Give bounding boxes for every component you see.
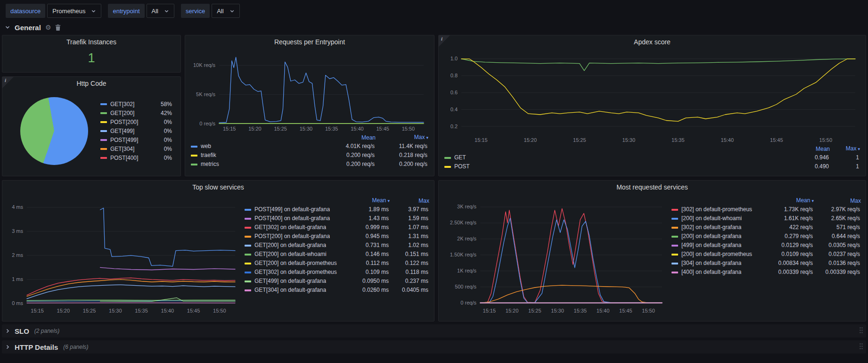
variable-value-dropdown[interactable]: Prometheus <box>47 4 101 18</box>
time-series-chart[interactable]: 0 req/s500 req/s1K req/s1.50K req/s2K re… <box>443 194 667 315</box>
legend-item[interactable]: POST[400] on default-grafana 1.43 ms 1.5… <box>245 214 429 223</box>
legend-header: Mean Max <box>444 144 860 153</box>
svg-text:1K req/s: 1K req/s <box>457 268 476 273</box>
variable-value-dropdown[interactable]: All <box>147 4 174 18</box>
svg-text:2K req/s: 2K req/s <box>457 236 476 241</box>
chart-canvas: 0 ms1 ms2 ms3 ms4 ms15:1515:2015:2515:30… <box>7 194 240 315</box>
svg-text:0 req/s: 0 req/s <box>199 121 215 126</box>
legend-item[interactable]: web 4.01K req/s 11.4K req/s <box>191 142 428 151</box>
legend-item[interactable]: [302] on default-grafana 422 req/s 571 r… <box>671 223 861 232</box>
legend-header: Mean Max <box>245 196 429 205</box>
panel-title[interactable]: Requests per Entrypoint <box>185 35 434 48</box>
legend-item[interactable]: POST[200] on default-grafana 0.945 ms 1.… <box>245 232 429 241</box>
legend-item[interactable]: GET[499] 0% <box>100 126 174 135</box>
series-color-swatch <box>245 280 251 282</box>
svg-text:0.6: 0.6 <box>450 90 458 95</box>
series-line <box>100 267 235 270</box>
panel-title[interactable]: Most requested services <box>439 181 866 193</box>
legend-item[interactable]: [302] on default-prometheus 1.73K req/s … <box>671 205 861 214</box>
row-header-general[interactable]: General ⚙ <box>2 21 866 34</box>
panel-top-slow-services: Top slow services 0 ms1 ms2 ms3 ms4 ms15… <box>2 180 434 322</box>
legend-item[interactable]: GET[200] on default-whoami 0.146 ms 0.15… <box>245 250 429 259</box>
variable-control: service All <box>181 4 240 18</box>
series-color-swatch <box>671 245 678 247</box>
panel-title[interactable]: Traefik Instances <box>2 35 180 48</box>
legend-item[interactable]: metrics 0.200 req/s 0.200 req/s <box>191 160 428 169</box>
svg-text:15:20: 15:20 <box>248 126 262 132</box>
series-line <box>461 59 855 71</box>
legend-item[interactable]: [200] on default-prometheus 0.0109 req/s… <box>671 250 861 259</box>
svg-text:15:30: 15:30 <box>109 308 122 314</box>
row-delete-button[interactable] <box>55 25 61 31</box>
pie-chart[interactable] <box>20 97 88 165</box>
series-color-swatch <box>671 209 678 211</box>
legend-sort-max-button[interactable]: Max <box>376 133 428 142</box>
legend-item[interactable]: [304] on default-grafana 0.00834 req/s 0… <box>671 259 861 268</box>
legend-item[interactable]: POST 0.490 1 <box>444 162 860 171</box>
legend-item[interactable]: [200] on default-whoami 1.61K req/s 2.65… <box>671 214 861 223</box>
legend-item[interactable]: GET[200] on default-grafana 0.731 ms 1.0… <box>245 241 429 250</box>
legend-item[interactable]: GET[302] on default-grafana 0.999 ms 1.0… <box>245 223 429 232</box>
row-header-slo[interactable]: SLO (2 panels) <box>2 324 866 338</box>
legend-item[interactable]: POST[499] 0% <box>100 135 174 144</box>
legend-item[interactable]: [200] on default-grafana 0.279 req/s 0.6… <box>671 232 861 241</box>
time-series-chart[interactable]: 0 ms1 ms2 ms3 ms4 ms15:1515:2015:2515:30… <box>7 194 240 315</box>
legend-item[interactable]: GET[304] 0% <box>100 144 174 153</box>
chevron-down-icon <box>5 25 10 30</box>
panel-title[interactable]: Http Code <box>2 77 180 90</box>
legend-sort-max-button[interactable]: Max <box>814 197 861 206</box>
legend-item[interactable]: GET[499] on default-grafana 0.0950 ms 0.… <box>245 277 429 286</box>
drag-handle-icon[interactable] <box>859 343 863 351</box>
time-series-chart[interactable]: 0.20.40.60.81.015:1515:2015:2515:3015:35… <box>444 49 860 144</box>
series-color-swatch <box>191 155 197 157</box>
panel-apdex-score: i Apdex score 0.20.40.60.81.015:1515:201… <box>438 35 866 176</box>
svg-text:15:45: 15:45 <box>187 308 200 314</box>
series-color-swatch <box>191 146 197 148</box>
drag-handle-icon[interactable] <box>859 327 863 335</box>
legend-item[interactable]: GET[200] 42% <box>100 108 174 117</box>
svg-text:3K req/s: 3K req/s <box>457 204 476 209</box>
series-color-swatch <box>245 263 251 264</box>
legend: Mean Max GET 0.946 1 POST 0.490 <box>444 144 860 171</box>
svg-text:15:25: 15:25 <box>83 308 96 314</box>
svg-text:10K req/s: 10K req/s <box>193 62 216 68</box>
row-settings-button[interactable]: ⚙ <box>45 24 51 31</box>
row-title: General <box>15 24 41 32</box>
row-header-http-details[interactable]: HTTP Details (6 panels) <box>2 340 866 354</box>
legend-item[interactable]: POST[200] 0% <box>100 117 174 126</box>
chevron-down-icon <box>91 8 96 14</box>
chart-canvas: 0 req/s5K req/s10K req/s15:1515:2015:251… <box>191 49 428 133</box>
series-color-swatch <box>100 103 107 105</box>
legend-item[interactable]: [499] on default-grafana 0.0129 req/s 0.… <box>671 241 861 250</box>
time-series-chart[interactable]: 0 req/s5K req/s10K req/s15:1515:2015:251… <box>191 49 428 133</box>
legend-item[interactable]: [400] on default-grafana 0.00339 req/s 0… <box>671 268 861 277</box>
legend-item[interactable]: traefik 0.200 req/s 0.218 req/s <box>191 151 428 160</box>
svg-text:15:35: 15:35 <box>325 126 338 132</box>
legend-item[interactable]: GET[302] on default-prometheus 0.109 ms … <box>245 268 429 277</box>
svg-text:15:25: 15:25 <box>573 137 586 143</box>
legend-sort-mean-button[interactable]: Mean <box>763 196 814 206</box>
series-line <box>480 218 662 303</box>
legend-item[interactable]: POST[400] 0% <box>100 153 174 162</box>
series-color-swatch <box>100 112 107 114</box>
legend-sort-mean-button[interactable]: Mean <box>348 196 390 206</box>
panel-info-icon[interactable]: i <box>2 77 14 88</box>
variables-bar: datasource Prometheus entrypoint All ser… <box>0 0 868 20</box>
legend-item[interactable]: GET[200] on default-prometheus 0.112 ms … <box>245 259 429 268</box>
legend-item[interactable]: POST[499] on default-grafana 1.89 ms 3.9… <box>245 205 429 214</box>
panel-title[interactable]: Top slow services <box>2 181 434 193</box>
svg-text:15:15: 15:15 <box>223 126 236 132</box>
legend-item[interactable]: GET[304] on default-grafana 0.0260 ms 0.… <box>245 286 429 295</box>
legend-sort-max-button[interactable]: Max <box>390 197 429 206</box>
svg-text:15:15: 15:15 <box>475 137 488 143</box>
chevron-right-icon <box>5 328 10 334</box>
panel-info-icon[interactable]: i <box>439 35 450 47</box>
svg-text:5K req/s: 5K req/s <box>196 91 215 97</box>
legend-sort-mean-button[interactable]: Mean <box>778 145 830 154</box>
legend-item[interactable]: GET 0.946 1 <box>444 153 860 162</box>
variable-value-dropdown[interactable]: All <box>212 4 239 18</box>
legend-sort-mean-button[interactable]: Mean <box>320 133 376 142</box>
panel-title[interactable]: Apdex score <box>439 35 866 48</box>
legend-item[interactable]: GET[302] 58% <box>100 99 174 108</box>
legend-sort-max-button[interactable]: Max <box>830 144 860 154</box>
